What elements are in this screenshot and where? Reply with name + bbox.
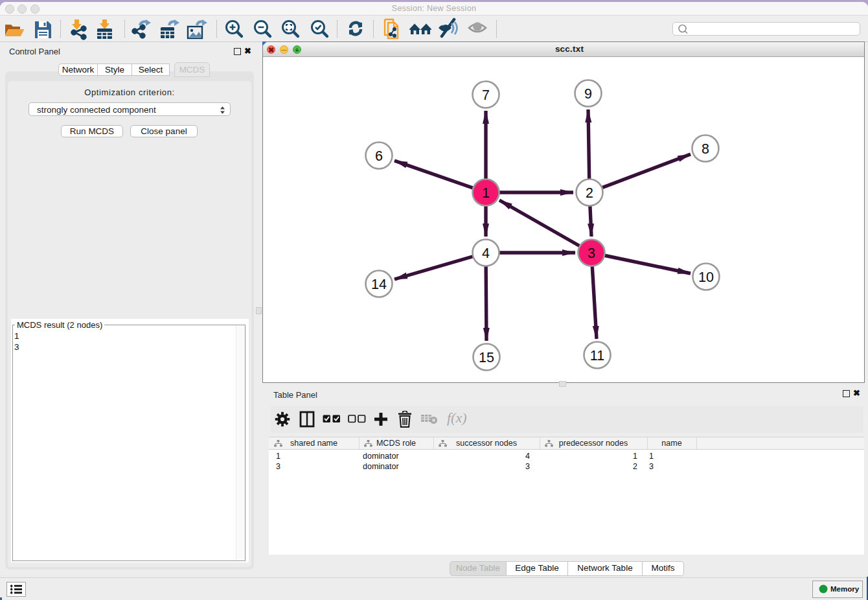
svg-text:6: 6 (375, 148, 383, 164)
svg-text:11: 11 (590, 348, 604, 363)
svg-text:14: 14 (371, 277, 387, 292)
svg-text:4: 4 (482, 246, 490, 261)
svg-text:8: 8 (702, 141, 709, 157)
svg-text:10: 10 (698, 270, 714, 285)
svg-text:15: 15 (479, 350, 494, 365)
svg-text:1: 1 (482, 185, 490, 201)
svg-text:7: 7 (482, 87, 490, 103)
svg-text:2: 2 (586, 185, 593, 201)
svg-text:9: 9 (584, 86, 592, 102)
svg-text:3: 3 (588, 246, 595, 261)
